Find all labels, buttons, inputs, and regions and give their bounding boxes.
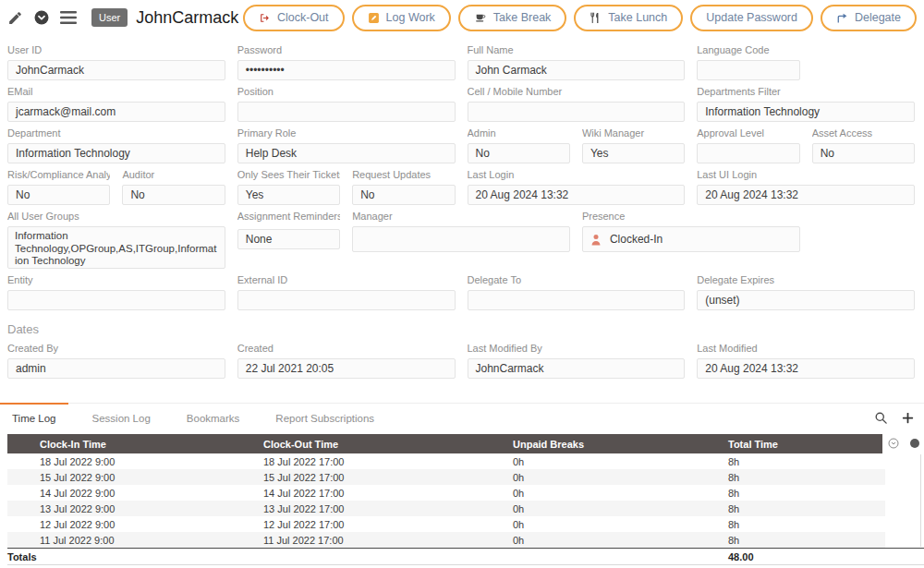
tab-report-subscriptions[interactable]: Report Subscriptions — [263, 403, 386, 431]
language-code-input[interactable] — [697, 60, 799, 80]
table-row[interactable]: 15 Jul 2022 9:00 15 Jul 2022 17:00 0h 8h — [7, 469, 885, 485]
table-header-row: Clock-In Time Clock-Out Time Unpaid Brea… — [7, 434, 924, 453]
page-title: JohnCarmack — [136, 8, 238, 28]
field-label: EMail — [7, 86, 225, 98]
external-id-input[interactable] — [237, 290, 456, 310]
field-label: Delegate To — [468, 274, 686, 286]
entity-input[interactable] — [7, 290, 225, 310]
edit-square-icon — [368, 12, 380, 24]
action-buttons: Clock-Out Log Work Take Break Take Lunch… — [243, 5, 917, 31]
table-row[interactable]: 11 Jul 2022 9:00 11 Jul 2022 17:00 0h 8h — [7, 532, 885, 548]
delegate-expires-input[interactable]: (unset) — [697, 290, 915, 310]
totals-value: 48.00 — [728, 551, 924, 562]
table-row[interactable]: 14 Jul 2022 9:00 14 Jul 2022 17:00 0h 8h — [7, 485, 885, 501]
utensils-icon — [590, 12, 602, 24]
primary-role-input[interactable]: Help Desk — [237, 143, 456, 163]
field-label: Admin — [468, 127, 570, 139]
approval-level-input[interactable] — [697, 143, 799, 163]
field-delegate-to: Delegate To — [468, 274, 686, 310]
column-header: Clock-Out Time — [263, 439, 513, 450]
table-row[interactable]: 18 Jul 2022 9:00 18 Jul 2022 17:00 0h 8h — [7, 453, 885, 469]
field-label: Primary Role — [237, 127, 456, 139]
field-presence: Presence Clocked-In — [582, 211, 800, 269]
take-break-button[interactable]: Take Break — [458, 5, 567, 31]
table-body: 18 Jul 2022 9:00 18 Jul 2022 17:00 0h 8h… — [7, 453, 924, 548]
field-label: Department — [7, 127, 225, 139]
delegate-to-input[interactable] — [468, 290, 686, 310]
field-position: Position — [237, 86, 456, 122]
request-updates-input[interactable]: No — [352, 185, 455, 205]
presence-indicator: Clocked-In — [582, 226, 800, 252]
email-input[interactable]: jcarmack@mail.com — [7, 102, 225, 122]
assignment-reminders-input[interactable]: None — [237, 229, 340, 249]
field-created: Created 22 Jul 2021 20:05 — [237, 343, 456, 379]
dates-section-title: Dates — [7, 322, 915, 336]
field-label: Asset Access — [812, 127, 915, 139]
field-wiki-manager: Wiki Manager Yes — [582, 127, 685, 163]
user-id-input[interactable]: JohnCarmack — [7, 60, 225, 80]
field-label: Assignment Reminders — [237, 211, 340, 223]
department-input[interactable]: Information Technology — [7, 143, 225, 163]
field-password: Password •••••••••• — [237, 44, 456, 80]
field-label: Created — [237, 343, 456, 355]
field-approval-level: Approval Level — [697, 127, 799, 163]
all-user-groups-input[interactable]: Information Technology,OPGroup,AS,ITGrou… — [7, 226, 225, 269]
departments-filter-input[interactable]: Information Technology — [697, 102, 915, 122]
collapse-circle-icon[interactable] — [888, 438, 899, 451]
totals-label: Totals — [7, 551, 728, 562]
created-by-input[interactable]: admin — [7, 358, 225, 379]
asset-access-input[interactable]: No — [812, 143, 915, 163]
sign-out-icon — [259, 12, 271, 24]
manager-input[interactable] — [352, 226, 570, 252]
only-sees-their-tickets-input[interactable]: Yes — [237, 185, 340, 205]
chevron-down-circle-icon[interactable] — [33, 9, 50, 26]
edit-pencil-icon[interactable] — [7, 10, 23, 26]
full-name-input[interactable]: John Carmack — [468, 60, 686, 80]
field-email: EMail jcarmack@mail.com — [7, 86, 225, 122]
field-last-ui-login: Last UI Login 20 Aug 2024 13:32 — [697, 169, 915, 205]
search-icon[interactable] — [874, 411, 888, 425]
field-primary-role: Primary Role Help Desk — [237, 127, 456, 163]
position-input[interactable] — [237, 102, 456, 122]
share-icon — [836, 12, 848, 24]
last-modified-by-input[interactable]: JohnCarmack — [468, 358, 686, 379]
created-input[interactable]: 22 Jul 2021 20:05 — [237, 358, 456, 379]
auditor-input[interactable]: No — [122, 185, 225, 205]
risk-compliance-analyst-input[interactable]: No — [7, 185, 110, 205]
last-login-input[interactable]: 20 Aug 2024 13:32 — [468, 185, 686, 205]
tab-session-log[interactable]: Session Log — [80, 403, 163, 431]
field-label: Only Sees Their Tickets — [237, 169, 340, 181]
field-language-code: Language Code — [697, 44, 799, 80]
password-input[interactable]: •••••••••• — [237, 60, 456, 80]
field-last-login: Last Login 20 Aug 2024 13:32 — [468, 169, 686, 205]
take-lunch-button[interactable]: Take Lunch — [574, 5, 683, 31]
update-password-button[interactable]: Update Password — [690, 5, 813, 31]
coffee-cup-icon — [474, 12, 487, 24]
field-created-by: Created By admin — [7, 343, 225, 379]
time-log-table: Clock-In Time Clock-Out Time Unpaid Brea… — [7, 434, 924, 565]
field-label: Last Login — [468, 169, 686, 181]
cell-mobile-input[interactable] — [468, 102, 686, 122]
tab-time-log[interactable]: Time Log — [0, 403, 68, 431]
last-modified-input[interactable]: 20 Aug 2024 13:32 — [697, 358, 915, 379]
field-label: Approval Level — [697, 127, 799, 139]
filled-circle-icon[interactable] — [910, 439, 919, 450]
table-row[interactable]: 13 Jul 2022 9:00 13 Jul 2022 17:00 0h 8h — [7, 501, 885, 516]
admin-input[interactable]: No — [468, 143, 570, 163]
last-ui-login-input[interactable]: 20 Aug 2024 13:32 — [697, 185, 915, 205]
wiki-manager-input[interactable]: Yes — [582, 143, 685, 163]
table-row[interactable]: 12 Jul 2022 9:00 12 Jul 2022 17:00 0h 8h — [7, 516, 885, 532]
column-header: Unpaid Breaks — [513, 439, 728, 450]
field-label: Departments Filter — [697, 86, 915, 98]
field-label: Language Code — [697, 44, 799, 56]
hamburger-menu-icon[interactable] — [60, 10, 77, 25]
add-icon[interactable] — [901, 411, 915, 425]
field-cell-mobile: Cell / Mobile Number — [468, 86, 686, 122]
clock-out-button[interactable]: Clock-Out — [243, 5, 345, 31]
field-label: Presence — [582, 211, 800, 223]
field-label: Password — [237, 44, 456, 56]
delegate-button[interactable]: Delegate — [821, 5, 917, 31]
tab-bookmarks[interactable]: Bookmarks — [175, 403, 252, 431]
field-label: Manager — [352, 211, 570, 223]
log-work-button[interactable]: Log Work — [352, 5, 451, 31]
